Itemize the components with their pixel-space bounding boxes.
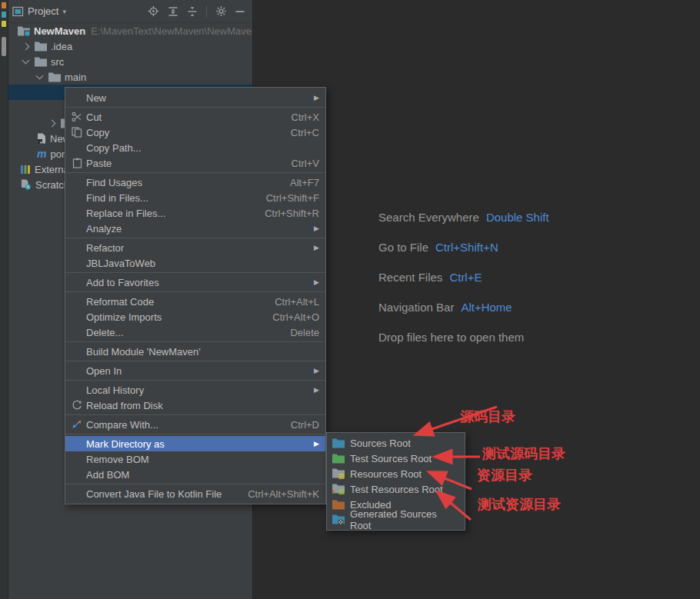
hint-shortcut: Ctrl+Shift+N	[435, 241, 498, 254]
reload-icon	[69, 400, 85, 411]
menu-item-find-in-files[interactable]: Find in Files...Ctrl+Shift+F	[65, 190, 325, 205]
context-menu: New▶ CutCtrl+X CopyCtrl+C Copy Path... P…	[65, 87, 326, 504]
submenu-item-test-sources-root[interactable]: Test Sources Root	[327, 451, 465, 466]
chevron-down-icon[interactable]: ▾	[62, 8, 66, 15]
excluded-folder-icon	[332, 500, 346, 510]
menu-item-local-history[interactable]: Local History▶	[65, 382, 325, 398]
scratches-icon	[20, 179, 32, 190]
hint-label: Navigation Bar	[378, 301, 454, 314]
submenu-item-resources-root[interactable]: Resources Root	[327, 466, 465, 481]
hint-label: Go to File	[378, 241, 428, 254]
cut-icon	[69, 111, 85, 122]
submenu-arrow-icon: ▶	[314, 278, 319, 286]
menu-item-convert-java-to-kotlin[interactable]: Convert Java File to Kotlin FileCtrl+Alt…	[65, 486, 325, 501]
submenu-arrow-icon: ▶	[314, 94, 319, 101]
maven-icon: m	[37, 149, 46, 158]
menu-item-add-to-favorites[interactable]: Add to Favorites▶	[65, 275, 325, 290]
menu-item-delete[interactable]: Delete...Delete	[65, 324, 325, 340]
annotation-test-sources: 测试源码目录	[482, 444, 565, 463]
folder-icon	[35, 57, 47, 67]
test-sources-folder-icon	[332, 454, 346, 464]
chevron-down-icon[interactable]	[22, 57, 30, 65]
submenu-item-generated-sources-root[interactable]: Generated Sources Root	[327, 512, 465, 527]
submenu-arrow-icon: ▶	[314, 386, 319, 394]
test-resources-folder-icon	[332, 484, 346, 494]
collapse-all-icon[interactable]	[187, 6, 198, 17]
hint-line: Go to FileCtrl+Shift+N	[378, 241, 549, 258]
stripe-mark-icon	[2, 2, 6, 8]
menu-separator	[65, 380, 325, 381]
settings-gear-icon[interactable]	[215, 5, 227, 17]
chevron-right-icon[interactable]	[22, 42, 30, 50]
hint-line: Search EverywhereDouble Shift	[378, 211, 549, 228]
mark-directory-as-submenu: Sources Root Test Sources Root Resources…	[326, 432, 465, 531]
menu-item-refactor[interactable]: Refactor▶	[65, 240, 325, 255]
menu-separator	[65, 361, 325, 361]
menu-item-reformat-code[interactable]: Reformat CodeCtrl+Alt+L	[65, 294, 325, 309]
menu-item-jbljavatoweb[interactable]: JBLJavaToWeb	[65, 255, 325, 271]
menu-item-remove-bom[interactable]: Remove BOM	[65, 451, 325, 467]
expand-all-icon[interactable]	[168, 6, 178, 17]
iml-file-icon	[37, 133, 46, 144]
menu-separator	[65, 341, 325, 342]
annotation-resources: 资源目录	[477, 466, 532, 484]
menu-item-mark-directory-as[interactable]: Mark Directory as▶	[65, 436, 325, 451]
submenu-arrow-icon: ▶	[314, 244, 319, 251]
hint-shortcut: Alt+Home	[461, 301, 512, 314]
menu-separator	[65, 272, 325, 273]
menu-item-analyze[interactable]: Analyze▶	[65, 221, 325, 236]
menu-item-new[interactable]: New▶	[65, 90, 325, 105]
menu-item-open-in[interactable]: Open In▶	[65, 363, 325, 378]
hint-line: Drop files here to open them	[378, 331, 549, 348]
project-window-icon	[12, 6, 24, 17]
sources-root-folder-icon	[332, 438, 346, 448]
resources-folder-icon	[332, 468, 346, 479]
menu-item-build-module[interactable]: Build Module 'NewMaven'	[65, 344, 325, 359]
tree-row-src[interactable]: src	[8, 54, 252, 69]
chevron-right-icon[interactable]	[48, 119, 56, 127]
tree-label: src	[51, 56, 64, 68]
hint-shortcut: Ctrl+E	[449, 271, 482, 284]
project-panel-title[interactable]: Project	[28, 5, 58, 17]
editor-shortcut-hints: Search EverywhereDouble Shift Go to File…	[378, 211, 549, 361]
copy-icon	[69, 127, 85, 138]
menu-separator	[65, 238, 325, 238]
menu-item-compare-with[interactable]: Compare With...Ctrl+D	[65, 417, 325, 432]
stripe-scroll-thumb[interactable]	[2, 37, 6, 56]
menu-item-copy[interactable]: CopyCtrl+C	[65, 125, 325, 140]
hint-shortcut: Double Shift	[486, 211, 549, 224]
submenu-arrow-icon: ▶	[314, 440, 319, 448]
menu-item-replace-in-files[interactable]: Replace in Files...Ctrl+Shift+R	[65, 205, 325, 221]
menu-item-find-usages[interactable]: Find UsagesAlt+F7	[65, 175, 325, 190]
annotation-sources: 源码目录	[460, 408, 515, 426]
menu-item-cut[interactable]: CutCtrl+X	[65, 109, 325, 125]
hint-label: Search Everywhere	[378, 211, 479, 224]
menu-item-add-bom[interactable]: Add BOM	[65, 467, 325, 482]
stripe-mark-icon	[2, 21, 6, 27]
folder-icon	[48, 72, 61, 82]
chevron-down-icon[interactable]	[36, 72, 44, 80]
stripe-mark-icon	[2, 12, 6, 18]
menu-item-paste[interactable]: PasteCtrl+V	[65, 155, 325, 171]
menu-item-reload-from-disk[interactable]: Reload from Disk	[65, 398, 325, 413]
submenu-item-test-resources-root[interactable]: Test Resources Root	[327, 481, 465, 497]
hide-icon[interactable]	[235, 6, 245, 17]
paste-icon	[69, 158, 85, 168]
locate-icon[interactable]	[148, 5, 159, 17]
menu-separator	[65, 434, 325, 434]
tree-label: .idea	[51, 41, 72, 52]
tree-row-project-root[interactable]: NewMaven E:\MavenText\NewMaven\NewMaven	[8, 23, 252, 38]
external-libraries-icon	[20, 164, 31, 175]
hint-label: Recent Files	[378, 271, 442, 284]
submenu-item-sources-root[interactable]: Sources Root	[327, 435, 465, 451]
menu-item-optimize-imports[interactable]: Optimize ImportsCtrl+Alt+O	[65, 309, 325, 324]
submenu-arrow-icon: ▶	[314, 367, 319, 374]
folder-icon	[35, 42, 47, 52]
menu-separator	[65, 414, 325, 415]
menu-separator	[65, 291, 325, 292]
hint-line: Navigation BarAlt+Home	[378, 301, 549, 318]
tree-row-main[interactable]: main	[8, 69, 252, 85]
tree-row-idea[interactable]: .idea	[8, 38, 252, 54]
annotation-test-resources: 测试资源目录	[478, 495, 561, 514]
menu-item-copy-path[interactable]: Copy Path...	[65, 140, 325, 155]
